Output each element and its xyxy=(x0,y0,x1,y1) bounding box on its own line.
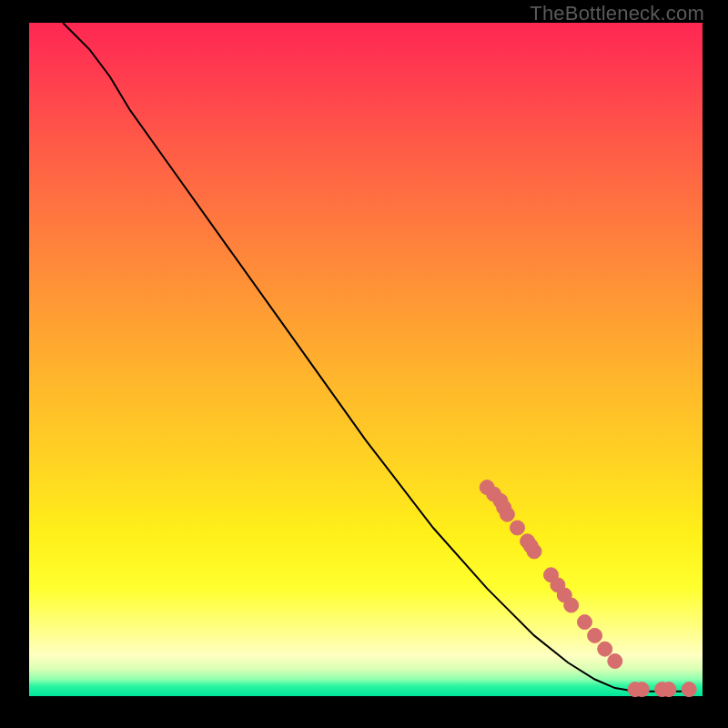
data-marker xyxy=(588,628,602,642)
data-marker xyxy=(682,682,696,697)
data-marker xyxy=(598,642,612,656)
chart-stage: TheBottleneck.com xyxy=(0,0,728,728)
watermark-label: TheBottleneck.com xyxy=(530,2,704,25)
bottleneck-curve xyxy=(63,23,689,692)
data-marker xyxy=(608,654,622,669)
data-marker xyxy=(500,507,514,521)
data-marker xyxy=(578,615,592,630)
data-marker xyxy=(662,682,676,697)
chart-overlay-svg xyxy=(29,23,703,696)
data-marker xyxy=(527,544,541,559)
data-marker xyxy=(511,521,525,535)
data-marker xyxy=(634,682,649,697)
data-marker xyxy=(564,598,579,612)
data-markers-group xyxy=(480,480,696,697)
